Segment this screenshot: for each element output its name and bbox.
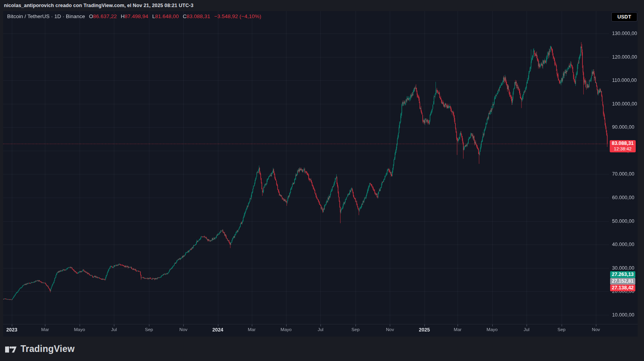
price-tick-label: 90.000,00: [612, 124, 635, 130]
price-tick-label: 60.000,00: [612, 195, 635, 200]
bar-close-countdown: 12:38:42: [610, 146, 636, 152]
time-tick-month-label: Jul: [111, 327, 117, 332]
ohlc-high: H87.498,94: [121, 13, 148, 19]
time-tick-year-label: 2024: [212, 327, 223, 333]
price-tick-label: 30.000,00: [612, 265, 635, 271]
time-tick-month-label: Sep: [145, 327, 153, 332]
current-price-badge: 83.088,3112:38:42: [610, 140, 636, 152]
time-tick-year-label: 2023: [6, 327, 17, 333]
attribution-bar: nicolas_antiporovich creado con TradingV…: [0, 0, 644, 11]
time-tick-month-label: Mar: [248, 327, 256, 332]
price-tick-label: 110.000,00: [612, 78, 637, 83]
time-tick-month-label: Sep: [352, 327, 359, 332]
current-price-label: 83.088,31: [610, 141, 636, 146]
time-tick-month-label: Mar: [41, 327, 49, 332]
time-tick-month-label: Nov: [592, 327, 600, 332]
price-tick-label: 10.000,00: [612, 312, 635, 318]
stacked-price-badge-neutral: 27.152,81: [610, 278, 635, 285]
time-tick-month-label: Mayo: [487, 327, 498, 332]
price-tick-label: 40.000,00: [612, 242, 635, 247]
close-value: 83.088,31: [187, 13, 210, 19]
time-tick-month-label: Sep: [558, 327, 566, 332]
time-tick-month-label: Mayo: [74, 327, 85, 332]
open-value: 86.637,22: [93, 13, 117, 19]
price-tick-label: 100.000,00: [612, 101, 637, 107]
time-tick-month-label: Jul: [318, 327, 324, 332]
ohlc-open: O86.637,22: [89, 13, 117, 19]
candlestick-chart-canvas[interactable]: [3, 11, 638, 337]
tradingview-brand-text: TradingView: [20, 344, 74, 354]
price-tick-label: 120.000,00: [612, 54, 637, 60]
open-prefix: O: [89, 13, 93, 19]
low-prefix: L: [152, 13, 155, 19]
high-prefix: H: [121, 13, 125, 19]
price-tick-label: 50.000,00: [612, 218, 635, 224]
time-tick-month-label: Nov: [179, 327, 187, 332]
high-value: 87.498,94: [125, 13, 148, 19]
stacked-price-badge-up: 27.263,13: [610, 271, 635, 278]
attribution-text: nicolas_antiporovich creado con TradingV…: [4, 3, 194, 8]
time-tick-month-label: Mar: [454, 327, 462, 332]
ohlc-low: L81.648,00: [152, 13, 179, 19]
tradingview-logo-icon[interactable]: [5, 344, 17, 354]
time-tick-month-label: Nov: [386, 327, 394, 332]
price-tick-label: 130.000,00: [612, 31, 637, 36]
time-tick-month-label: Jul: [524, 327, 530, 332]
chart-widget: Bitcoin / TetherUS · 1D · BinanceO86.637…: [3, 11, 638, 337]
currency-button[interactable]: USDT: [611, 12, 637, 22]
price-tick-label: 70.000,00: [612, 171, 635, 177]
change-value: −3.548,92 (−4,10%): [214, 13, 261, 19]
footer-bar: TradingView: [0, 337, 644, 361]
time-tick-year-label: 2025: [419, 327, 430, 333]
ohlc-close: C83.088,31: [183, 13, 210, 19]
low-value: 81.648,00: [155, 13, 179, 19]
symbol-title[interactable]: Bitcoin / TetherUS · 1D · Binance: [7, 13, 85, 19]
chart-legend: Bitcoin / TetherUS · 1D · BinanceO86.637…: [7, 13, 261, 20]
stacked-price-badge-down: 27.138,42: [610, 285, 635, 291]
time-tick-month-label: Mayo: [281, 327, 292, 332]
close-prefix: C: [183, 13, 187, 19]
